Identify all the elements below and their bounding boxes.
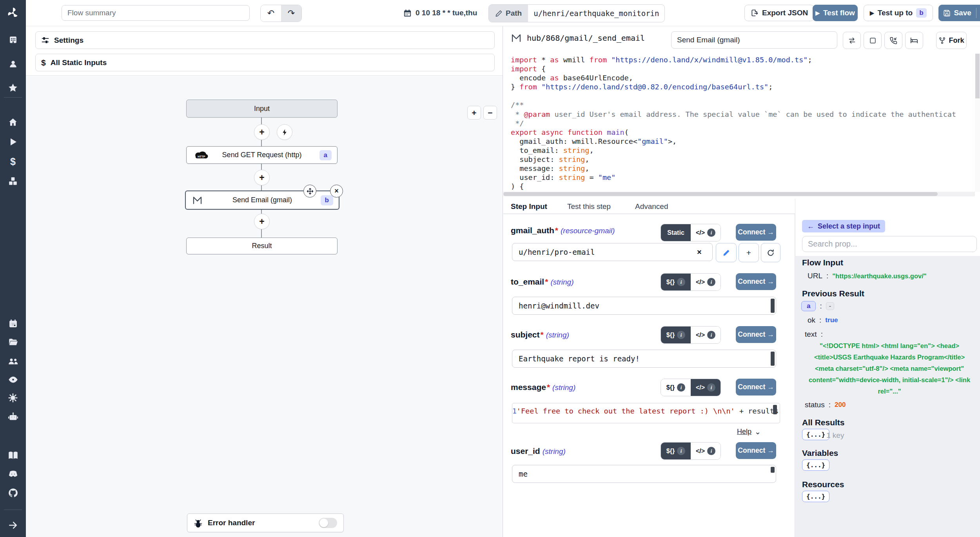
add-step-button[interactable]: + xyxy=(254,170,270,185)
sidebar-item-workspace[interactable] xyxy=(0,31,26,48)
message-code-editor[interactable]: 1 'Feel free to check out the latest rep… xyxy=(512,403,780,423)
prop-row-ok[interactable]: ok: true xyxy=(808,316,838,325)
prop-row-url[interactable]: URL: "https://earthquake.usgs.gov/" xyxy=(808,272,927,280)
text-value[interactable]: "<!DOCTYPE html> <html lang="en"> <head>… xyxy=(806,340,973,397)
scrollbar-thumb[interactable] xyxy=(975,54,980,98)
path-group[interactable]: Path u/henri/earthquake_monitorin xyxy=(488,4,665,22)
add-resource-button[interactable]: + xyxy=(739,243,759,262)
variables-object-chip[interactable]: {...} xyxy=(802,459,829,471)
zoom-in-button[interactable]: + xyxy=(467,106,481,120)
phone-incoming-button[interactable] xyxy=(884,32,902,49)
tab-step-input[interactable]: Step Input xyxy=(511,199,547,215)
mode-static[interactable]: Static xyxy=(661,224,691,241)
flow-settings-row[interactable]: Settings xyxy=(35,31,495,49)
path-chip[interactable]: Path xyxy=(489,5,528,22)
code-horizontal-scrollbar[interactable] xyxy=(503,192,975,196)
flow-graph-canvas[interactable]: + − Input + HTTP Send GET Request (http)… xyxy=(26,75,503,537)
scrollbar-thumb[interactable] xyxy=(503,192,938,196)
edit-resource-button[interactable] xyxy=(716,243,737,262)
all-results-object-chip[interactable]: {...} xyxy=(802,429,829,440)
sidebar-item-discord[interactable] xyxy=(0,465,26,483)
error-handler-toggle[interactable] xyxy=(319,518,337,528)
mode-javascript[interactable]: </>i xyxy=(691,224,720,241)
all-static-inputs-row[interactable]: $ All Static Inputs xyxy=(35,54,495,71)
resources-object-chip[interactable]: {...} xyxy=(802,491,829,502)
connect-button-to-email[interactable]: Connect → xyxy=(736,273,776,290)
textarea-resize-handle[interactable] xyxy=(771,299,775,313)
windmill-logo[interactable] xyxy=(0,4,26,22)
connect-button-message[interactable]: Connect → xyxy=(736,379,776,395)
mode-javascript[interactable]: </>i xyxy=(691,274,720,290)
step-name-input[interactable] xyxy=(671,31,837,49)
zoom-out-button[interactable]: − xyxy=(483,106,497,120)
save-button[interactable]: Save ⌄ xyxy=(938,5,980,21)
info-icon[interactable]: i xyxy=(707,229,715,237)
add-step-button[interactable]: + xyxy=(254,214,270,229)
collapse-chip[interactable]: - xyxy=(826,302,834,310)
sidebar-item-github[interactable] xyxy=(0,484,26,501)
test-up-to-button[interactable]: ▶ Test up to b xyxy=(864,5,933,21)
mode-javascript[interactable]: </>i xyxy=(691,327,720,343)
prop-row-text[interactable]: text: xyxy=(805,330,823,339)
sidebar-item-settings[interactable] xyxy=(0,389,26,406)
flow-node-send-email-selected[interactable]: Send Email (gmail) b xyxy=(185,190,339,210)
tab-test-this-step[interactable]: Test this step xyxy=(567,199,611,214)
sidebar-item-runs[interactable] xyxy=(0,133,26,151)
prop-value[interactable]: "https://earthquake.usgs.gov/" xyxy=(832,272,926,280)
delete-step-button[interactable]: × xyxy=(330,185,343,198)
help-link[interactable]: Help⌄ xyxy=(737,427,761,436)
sidebar-expand-button[interactable] xyxy=(0,517,26,534)
info-icon[interactable]: i xyxy=(677,278,685,286)
mode-javascript[interactable]: </>i xyxy=(691,443,720,459)
info-icon[interactable]: i xyxy=(677,331,685,339)
step-a-chip[interactable]: a xyxy=(801,301,816,311)
flow-node-get-request[interactable]: HTTP Send GET Request (http) a xyxy=(186,146,338,164)
move-step-handle[interactable] xyxy=(303,185,316,198)
code-editor[interactable]: import * as wmill from "https://deno.lan… xyxy=(511,55,969,192)
sidebar-item-folders[interactable] xyxy=(0,334,26,351)
sidebar-item-favorites[interactable] xyxy=(0,79,26,96)
prop-value[interactable]: true xyxy=(825,316,838,324)
search-prop-input[interactable] xyxy=(802,236,977,252)
export-json-button[interactable]: Export JSON xyxy=(744,5,814,21)
sidebar-item-workers[interactable] xyxy=(0,408,26,425)
mode-static[interactable]: ${}i xyxy=(661,379,691,396)
sidebar-item-docs[interactable] xyxy=(0,446,26,464)
expand-editor-button[interactable] xyxy=(864,32,882,49)
connect-button-gmail-auth[interactable]: Connect → xyxy=(736,224,776,241)
redo-button[interactable]: ↷ xyxy=(281,5,301,22)
info-icon[interactable]: i xyxy=(707,447,715,455)
trigger-button[interactable] xyxy=(277,124,292,140)
test-flow-button[interactable]: ▶ Test flow xyxy=(813,5,858,21)
textarea-resize-handle[interactable] xyxy=(771,352,775,366)
schedule-cron[interactable]: 0 10 18 * * tue,thu xyxy=(403,0,477,26)
info-icon[interactable]: i xyxy=(707,331,715,339)
fork-button[interactable]: Fork xyxy=(936,32,967,49)
mode-static[interactable]: ${}i xyxy=(661,274,691,290)
swap-script-button[interactable] xyxy=(843,32,861,49)
select-step-input-button[interactable]: ← Select a step input xyxy=(802,220,885,232)
sidebar-item-audit-logs[interactable] xyxy=(0,371,26,388)
clear-resource-icon[interactable]: × xyxy=(697,248,702,257)
connect-button-user-id[interactable]: Connect → xyxy=(736,442,776,459)
connect-button-subject[interactable]: Connect → xyxy=(736,326,776,343)
user-id-input[interactable] xyxy=(512,465,776,483)
info-icon[interactable]: i xyxy=(707,278,715,286)
sidebar-item-variables[interactable]: $ xyxy=(0,153,26,170)
flow-summary-input[interactable] xyxy=(62,5,250,21)
prop-row-status[interactable]: status: 200 xyxy=(805,401,846,409)
message-code-line[interactable]: 'Feel free to check out the latest repor… xyxy=(517,403,780,423)
sidebar-item-user[interactable] xyxy=(0,55,26,73)
info-icon[interactable]: i xyxy=(677,383,685,392)
flow-node-input[interactable]: Input xyxy=(186,100,338,118)
to-email-input[interactable] xyxy=(512,297,776,315)
mode-javascript[interactable]: </>i xyxy=(691,379,720,396)
code-vertical-scrollbar[interactable] xyxy=(975,53,980,192)
sidebar-item-schedules[interactable] xyxy=(0,315,26,332)
prop-value[interactable]: 200 xyxy=(835,401,846,409)
undo-button[interactable]: ↶ xyxy=(261,5,281,22)
flow-node-result[interactable]: Result xyxy=(186,238,338,254)
error-handler-row[interactable]: Error handler xyxy=(187,513,344,532)
sidebar-item-resources[interactable] xyxy=(0,172,26,190)
subject-input[interactable] xyxy=(512,350,776,368)
